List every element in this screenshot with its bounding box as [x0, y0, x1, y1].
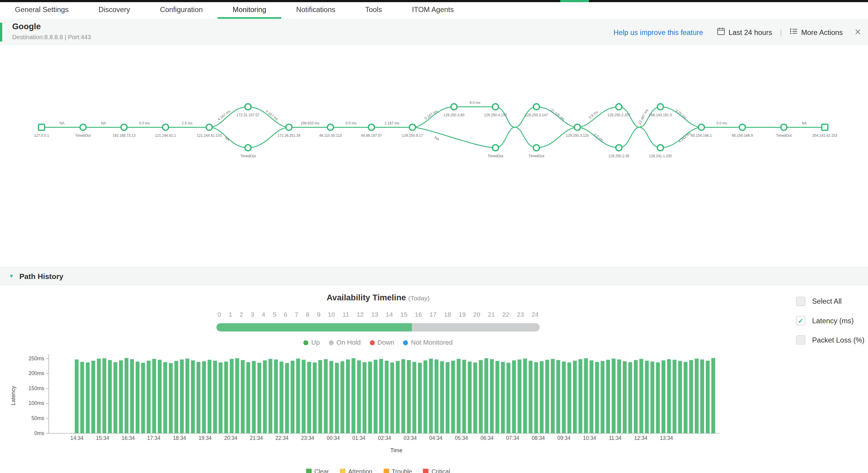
latency-bar [545, 360, 549, 433]
app-window: General SettingsDiscoveryConfigurationMo… [0, 0, 868, 473]
collapse-caret-icon[interactable]: ▼ [9, 273, 13, 279]
path-node[interactable] [327, 124, 333, 130]
latency-bar [374, 360, 378, 433]
latency-bar [457, 359, 461, 433]
checkbox[interactable] [796, 296, 805, 306]
path-node[interactable] [533, 145, 539, 151]
latency-bar [656, 362, 660, 433]
path-node[interactable] [739, 124, 745, 130]
path-node[interactable] [451, 104, 457, 110]
tab-general-settings[interactable]: General Settings [0, 2, 84, 19]
path-node-label: 65.154.166.1 [691, 133, 712, 138]
path-edge-label: 21.100 ms [550, 108, 566, 121]
path-node[interactable] [38, 124, 44, 130]
latency-bar [451, 360, 455, 433]
path-node[interactable] [80, 124, 86, 130]
path-node[interactable] [533, 104, 539, 110]
latency-bar [590, 360, 593, 433]
tab-configuration[interactable]: Configuration [145, 2, 218, 19]
toggle-latency-ms-[interactable]: ✓Latency (ms) [796, 316, 864, 325]
path-node-label: 204.141.42.153 [812, 133, 837, 138]
latency-bar [236, 358, 239, 433]
latency-bar [573, 360, 577, 433]
latency-bar [224, 361, 228, 433]
path-node[interactable] [822, 124, 828, 130]
latency-bar [401, 359, 405, 433]
tab-discovery[interactable]: Discovery [84, 2, 145, 19]
path-node[interactable] [162, 124, 168, 130]
path-node[interactable] [245, 145, 251, 151]
latency-bar [484, 358, 488, 433]
checkbox[interactable]: ✓ [796, 316, 805, 325]
path-node[interactable] [575, 124, 581, 130]
path-node[interactable] [698, 124, 704, 130]
x-tick-label: 11:34 [609, 435, 622, 441]
tab-tools[interactable]: Tools [350, 2, 397, 19]
path-node[interactable] [657, 145, 663, 151]
latency-bar [628, 362, 632, 433]
path-node[interactable] [368, 124, 374, 130]
path-node[interactable] [121, 124, 127, 130]
path-node[interactable] [616, 104, 622, 110]
more-actions-button[interactable]: More Actions [789, 27, 843, 37]
header-actions: Help us improve this feature Last 24 hou… [613, 19, 861, 45]
tab-monitoring[interactable]: Monitoring [218, 2, 281, 19]
path-node[interactable] [245, 104, 251, 110]
path-node[interactable] [657, 104, 663, 110]
hour-label: 24 [531, 311, 538, 318]
latency-bar [114, 362, 118, 433]
latency-bar [230, 359, 234, 433]
latency-bar [108, 360, 112, 433]
latency-bar [318, 360, 322, 433]
x-tick-label: 04:34 [429, 435, 442, 441]
status-legend-swatch [423, 469, 429, 473]
status-legend-label: Critical [432, 468, 450, 473]
toggle-select-all[interactable]: Select All [796, 296, 864, 306]
path-edge-label: NA [434, 135, 440, 141]
legend-label: Not Monitored [411, 339, 453, 346]
latency-bar [390, 362, 394, 433]
toggle-packet-loss-[interactable]: Packet Loss (%) [796, 335, 864, 345]
latency-bar [269, 359, 273, 433]
path-node[interactable] [616, 145, 622, 151]
path-node[interactable] [409, 124, 415, 130]
more-actions-icon [789, 27, 798, 37]
legend-dot [304, 340, 309, 345]
close-icon[interactable]: ✕ [855, 27, 861, 37]
latency-bar [429, 358, 433, 433]
status-legend-item-attention: Attention [340, 468, 372, 473]
help-improve-link[interactable]: Help us improve this feature [613, 28, 703, 36]
x-tick-label: 18:34 [173, 435, 186, 441]
page-title: Google [12, 22, 41, 31]
latency-bar [202, 361, 206, 433]
latency-bar [313, 362, 317, 433]
path-node-label: 129.250.3.80 [443, 113, 464, 117]
path-node[interactable] [493, 145, 498, 151]
status-legend-label: Trouble [392, 468, 412, 473]
latency-bar [479, 360, 483, 433]
path-branch [412, 127, 515, 148]
tab-notifications[interactable]: Notifications [281, 2, 350, 19]
path-node[interactable] [493, 104, 498, 110]
hour-label: 8 [306, 311, 310, 318]
legend-label: On Hold [336, 339, 361, 346]
path-node-label: 128.250.3.147 [525, 113, 548, 117]
time-range-picker[interactable]: Last 24 hours [717, 27, 772, 37]
status-legend-item-clear: Clear [306, 468, 329, 473]
hour-label: 11 [342, 311, 349, 318]
latency-bar [578, 359, 582, 433]
hour-label: 4 [261, 311, 265, 318]
path-node[interactable] [206, 124, 212, 130]
latency-bar [512, 360, 516, 433]
hour-label: 23 [517, 311, 524, 318]
checkbox[interactable] [796, 335, 805, 345]
path-node[interactable] [286, 124, 292, 130]
path-node[interactable] [781, 124, 787, 130]
status-legend: ClearAttentionTroubleCritical [0, 468, 756, 473]
tab-itom-agents[interactable]: ITOM Agents [397, 2, 469, 19]
latency-bar [290, 360, 294, 433]
latency-bar [346, 359, 350, 433]
latency-bar [540, 361, 544, 433]
latency-bar [330, 361, 333, 433]
x-tick-label: 08:34 [532, 435, 545, 441]
